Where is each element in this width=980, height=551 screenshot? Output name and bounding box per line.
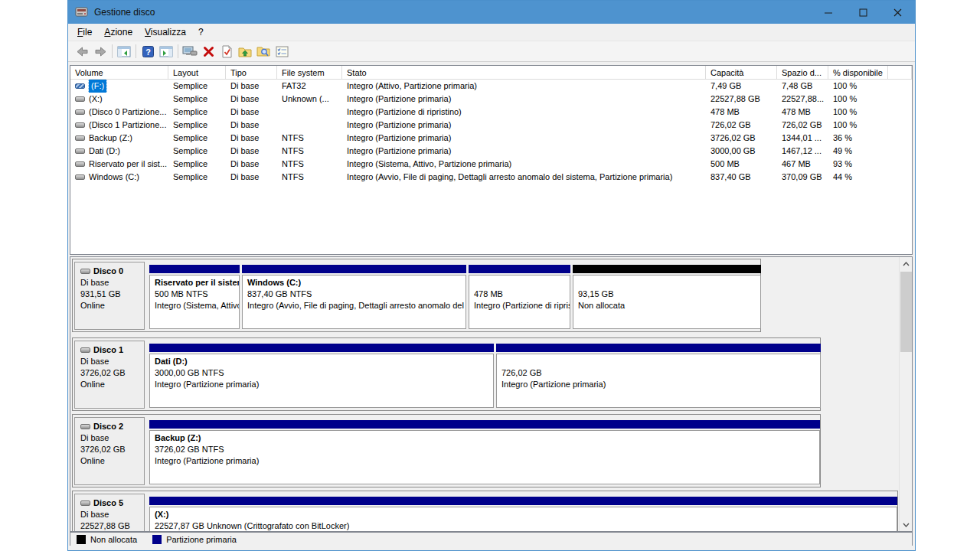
volume-row-riservato[interactable]: Riservato per il sist... Semplice Di bas… [70,158,912,171]
legend-unallocated-swatch [77,535,86,544]
help-icon[interactable]: ? [139,43,157,60]
disk-status: Online [80,455,144,467]
volume-name: (F:) [89,80,106,93]
disk-size: 3726,02 GB [80,444,144,455]
scroll-down-icon[interactable] [900,518,913,531]
volume-icon [75,122,85,128]
menu-help[interactable]: ? [192,24,210,40]
partition-title [501,356,820,367]
cell-stato: Integro (Partizione primaria) [342,145,706,158]
minimize-button[interactable] [812,1,846,24]
disk-header-disco5[interactable]: Disco 5 Di base 22527,88 GB [74,494,145,532]
volume-row-windows[interactable]: Windows (C:) Semplice Di base NTFS Integ… [70,171,912,184]
cell-fs [277,106,342,119]
col-header-disponibile[interactable]: % disponibile [828,66,888,79]
partition-dati-d[interactable]: Dati (D:) 3000,00 GB NTFS Integro (Parti… [149,344,494,408]
col-header-file-system[interactable]: File system [277,66,342,79]
disk-name: Disco 1 [93,344,123,356]
forward-icon[interactable] [91,43,109,60]
menu-azione[interactable]: Azione [98,24,139,40]
cell-layout: Semplice [168,171,226,184]
cell-spazio: 726,02 GB [777,119,828,132]
col-header-tipo[interactable]: Tipo [226,66,277,79]
volume-row-dati[interactable]: Dati (D:) Semplice Di base NTFS Integro … [70,145,912,158]
volume-row-backup[interactable]: Backup (Z:) Semplice Di base NTFS Integr… [70,132,912,145]
cell-fs: NTFS [277,158,342,171]
partition-info: 500 MB NTFS [155,289,239,300]
cell-spazio: 1344,01 ... [777,132,828,145]
menu-visualizza[interactable]: Visualizza [139,24,192,40]
col-header-layout[interactable]: Layout [168,66,226,79]
partition-color-bar [149,265,240,273]
back-icon[interactable] [73,43,91,60]
col-header-capacita[interactable]: Capacità [706,66,777,79]
cell-stato: Integro (Partizione primaria) [342,132,706,145]
volume-row-f[interactable]: (F:) Semplice Di base FAT32 Integro (Att… [70,80,912,93]
maximize-button[interactable] [846,1,880,24]
volume-icon [75,148,85,154]
cell-spazio: 370,09 GB [777,171,828,184]
partition-x[interactable]: (X:) 22527,87 GB Unknown (Crittografato … [149,497,897,532]
scroll-up-icon[interactable] [900,257,913,270]
scrollbar-thumb[interactable] [900,272,912,352]
disk-row-disco5: Disco 5 Di base 22527,88 GB (X:) 22527,8… [72,491,898,532]
folder-up-icon[interactable] [236,43,254,60]
disk-status: Online [80,300,144,311]
partition-color-bar [149,420,820,429]
vertical-scrollbar[interactable] [899,257,912,531]
partition-info: 93,15 GB [578,289,760,300]
col-header-stato[interactable]: Stato [342,66,706,79]
cell-fs [277,119,342,132]
disk-header-disco1[interactable]: Disco 1 Di base 3726,02 GB Online [74,341,145,409]
disk-icon [80,269,90,274]
disk-size: 22527,88 GB [80,520,144,532]
cell-pct: 100 % [828,93,888,106]
show-console-tree-icon[interactable] [115,43,133,60]
cell-tipo: Di base [226,106,277,119]
show-action-pane-icon[interactable] [157,43,175,60]
toolbar: ? [68,41,915,62]
partition-riservato[interactable]: Riservato per il sistema 500 MB NTFS Int… [149,265,240,329]
volume-icon [75,109,85,115]
cell-stato: Integro (Partizione di ripristino) [342,106,706,119]
disk-row-disco0: Disco 0 Di base 931,51 GB Online Riserva… [72,259,761,332]
partition-info: 837,40 GB NTFS [247,289,466,300]
disk-management-window: Gestione disco File Azione Visualizza ? [67,0,916,551]
disk-type: Di base [80,509,144,520]
partition-backup-z[interactable]: Backup (Z:) 3726,02 GB NTFS Integro (Par… [149,420,820,484]
partition-title [474,277,570,289]
volume-row-disco1-part[interactable]: (Disco 1 Partizione... Semplice Di base … [70,119,912,132]
cell-stato: Integro (Sistema, Attivo, Partizione pri… [342,158,706,171]
partition-status: Integro (Partizione primaria) [501,379,820,390]
col-header-spazio[interactable]: Spazio d... [777,66,828,79]
partition-unallocated[interactable]: 93,15 GB Non allocata [573,265,761,329]
cell-layout: Semplice [168,119,226,132]
partition-title [578,277,760,289]
disk-type: Di base [80,356,144,367]
folder-search-icon[interactable] [254,43,273,60]
menu-file[interactable]: File [71,24,98,40]
disk-header-disco2[interactable]: Disco 2 Di base 3726,02 GB Online [74,417,145,485]
check-document-icon[interactable] [217,43,236,60]
volume-list-header: Volume Layout Tipo File system Stato Cap… [70,66,912,80]
volume-name: Riservato per il sist... [89,158,167,171]
delete-volume-icon[interactable] [199,43,217,60]
col-header-volume[interactable]: Volume [70,66,168,79]
partition-recovery[interactable]: 478 MB Integro (Partizione di ripristino… [469,265,570,329]
monitor-icon[interactable] [181,43,199,60]
volume-row-disco0-part[interactable]: (Disco 0 Partizione... Semplice Di base … [70,106,912,119]
disk-header-disco0[interactable]: Disco 0 Di base 931,51 GB Online [74,262,145,330]
partition-windows-c[interactable]: Windows (C:) 837,40 GB NTFS Integro (Avv… [242,265,466,329]
cell-capacita: 478 MB [706,106,777,119]
volume-row-x[interactable]: (X:) Semplice Di base Unknown (... Integ… [70,93,912,106]
partition-disco1-2[interactable]: 726,02 GB Integro (Partizione primaria) [496,344,821,408]
volume-name: Dati (D:) [89,145,120,158]
cell-capacita: 7,49 GB [706,80,777,93]
partition-status: Non allocata [578,300,760,311]
close-button[interactable] [880,1,915,24]
cell-layout: Semplice [168,80,226,93]
partition-color-bar [242,265,466,273]
disk-row-disco1: Disco 1 Di base 3726,02 GB Online Dati (… [72,337,821,411]
cell-pct: 49 % [828,145,888,158]
properties-list-icon[interactable] [273,43,291,60]
